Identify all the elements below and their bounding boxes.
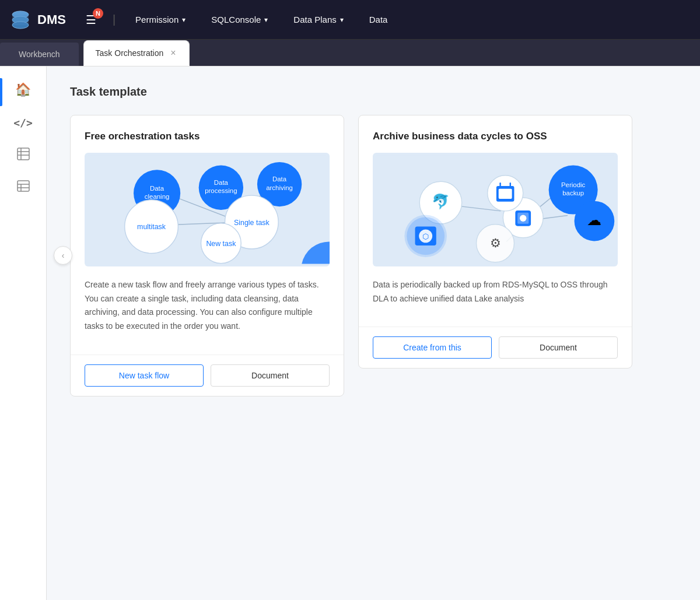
carousel-prev-button[interactable]: ‹	[54, 246, 72, 265]
sidebar-item-code[interactable]: </>	[7, 108, 40, 136]
svg-text:processing: processing	[205, 187, 237, 194]
page-title: Task template	[70, 85, 677, 99]
tab-task-orchestration[interactable]: Task Orchestration ×	[83, 40, 190, 66]
chevron-down-icon: ▾	[264, 16, 268, 24]
diagram-free-orchestration: Data cleaning Data processing Data archi…	[85, 153, 330, 266]
tab-bar: Workbench Task Orchestration ×	[0, 40, 700, 66]
card-archive-business: Archive business data cycles to OSS	[358, 115, 632, 369]
sidebar-item-table[interactable]	[7, 141, 40, 169]
svg-text:Data: Data	[272, 176, 287, 183]
sidebar-active-indicator	[0, 78, 2, 106]
main-layout: 🏠 </>	[0, 66, 700, 600]
svg-text:⚙: ⚙	[490, 236, 501, 250]
card-body-archive: Archive business data cycles to OSS	[359, 115, 632, 327]
chevron-left-icon: ‹	[62, 251, 65, 260]
app-title: DMS	[37, 12, 66, 27]
top-navigation: DMS ☰ N | Permission ▾ SQLConsole ▾ Data…	[0, 0, 700, 40]
svg-text:Data: Data	[150, 184, 164, 191]
svg-rect-4	[18, 148, 29, 160]
card-description-free: Create a new task flow and freely arrang…	[85, 278, 330, 334]
card-actions-archive: Create from this Document	[359, 327, 632, 368]
svg-text:cleaning: cleaning	[145, 193, 170, 200]
new-task-flow-button[interactable]: New task flow	[85, 364, 204, 387]
create-from-this-button[interactable]: Create from this	[373, 336, 492, 359]
svg-text:New task: New task	[206, 240, 236, 248]
sidebar: 🏠 </>	[0, 66, 47, 600]
svg-text:Data: Data	[214, 179, 229, 186]
svg-point-42	[520, 215, 526, 221]
nav-dataplans[interactable]: Data Plans ▾	[285, 10, 351, 29]
svg-rect-3	[12, 15, 29, 25]
notification-badge: N	[93, 8, 103, 19]
nav-data[interactable]: Data	[361, 10, 396, 29]
nav-sqlconsole[interactable]: SQLConsole ▾	[203, 10, 276, 29]
sidebar-item-home[interactable]: 🏠	[7, 76, 40, 104]
nav-permission[interactable]: Permission ▾	[127, 10, 194, 29]
sidebar-item-list[interactable]	[7, 174, 40, 202]
card-title-free: Free orchestration tasks	[85, 129, 330, 143]
card-description-archive: Data is periodically backed up from RDS-…	[373, 278, 618, 306]
tab-workbench[interactable]: Workbench	[0, 43, 79, 66]
svg-text:🐬: 🐬	[432, 193, 450, 210]
chevron-down-icon: ▾	[340, 16, 344, 24]
dms-logo-icon	[9, 9, 32, 31]
card-actions-free: New task flow Document	[71, 355, 344, 396]
svg-rect-47	[499, 189, 512, 199]
diagram-svg-free: Data cleaning Data processing Data archi…	[85, 153, 330, 266]
svg-rect-8	[18, 181, 29, 191]
svg-text:archiving: archiving	[266, 184, 293, 191]
svg-text:Periodic: Periodic	[561, 181, 586, 188]
svg-text:multitask: multitask	[137, 223, 166, 231]
table-icon	[16, 147, 30, 164]
svg-text:⬡: ⬡	[422, 231, 429, 240]
hamburger-button[interactable]: ☰ N	[81, 10, 101, 29]
card-title-archive: Archive business data cycles to OSS	[373, 129, 618, 143]
cards-row: ‹ Free orchestration tasks	[70, 115, 677, 397]
tab-close-button[interactable]: ×	[169, 48, 177, 58]
chevron-down-icon: ▾	[182, 16, 186, 24]
card-body-free: Free orchestration tasks	[71, 115, 344, 355]
diagram-archive-business: 🐬 Periodic backup	[373, 153, 618, 266]
content-area: Task template ‹ Free orchestration tasks	[47, 66, 700, 600]
svg-text:Single task: Single task	[234, 219, 270, 227]
card-free-orchestration: Free orchestration tasks	[70, 115, 344, 397]
diagram-svg-archive: 🐬 Periodic backup	[373, 153, 618, 266]
logo-area: DMS	[9, 9, 66, 31]
document-button-free[interactable]: Document	[211, 364, 330, 387]
svg-text:backup: backup	[562, 190, 584, 197]
home-icon: 🏠	[15, 82, 31, 97]
svg-text:☁: ☁	[587, 212, 601, 228]
code-icon: </>	[13, 117, 33, 129]
nav-divider: |	[113, 13, 116, 26]
list-icon	[16, 179, 30, 197]
document-button-archive[interactable]: Document	[499, 336, 618, 359]
